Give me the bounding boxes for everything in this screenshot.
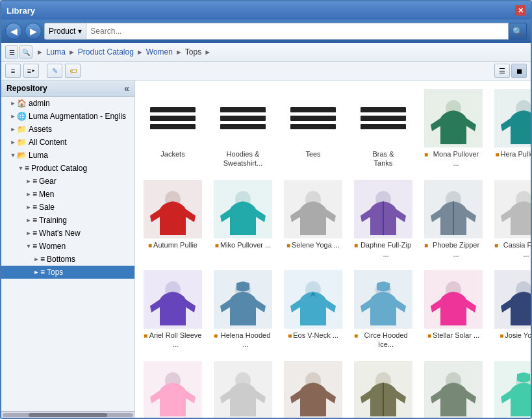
list-icon: ≡	[32, 203, 37, 212]
product-mona-pullover[interactable]: ■ Mona Pullover ...	[421, 86, 486, 171]
product-selene-yoga[interactable]: ■ Selene Yoga ...	[281, 177, 346, 262]
sidebar-item-label: admin	[29, 99, 50, 108]
tree-arrow-icon: ►	[25, 191, 32, 197]
breadcrumb-icons: ☰ 🔍	[5, 45, 32, 58]
breadcrumb-women[interactable]: Women	[146, 47, 173, 57]
category-tees-icon	[284, 89, 342, 147]
cat-line	[220, 107, 266, 112]
search-button[interactable]: 🔍	[509, 23, 527, 40]
breadcrumb-luma[interactable]: Luma	[46, 47, 66, 57]
home-icon: 🏠	[17, 99, 27, 108]
product-type-icon: ■	[144, 331, 147, 340]
forward-button[interactable]: ▶	[25, 23, 42, 40]
product-type-icon: ■	[288, 331, 292, 340]
action-btn-1[interactable]: ≡	[5, 64, 21, 78]
content-area: Jackets Hoodies &Sweatshirt...	[135, 81, 531, 418]
product-cassia-funnel[interactable]: ■ Cassia Funnel ...	[491, 177, 531, 262]
sidebar-item-whats-new[interactable]: ► ≡ What's New	[1, 227, 134, 240]
product-augusta[interactable]: ■ Augusta ...	[140, 358, 205, 418]
category-hoodies[interactable]: Hoodies &Sweatshirt...	[210, 86, 275, 171]
product-image	[424, 180, 483, 238]
product-phoebe-zipper[interactable]: ■ Phoebe Zipper ...	[421, 177, 486, 262]
sidebar-item-product-catalog[interactable]: ▼ ≡ Product Catalog	[1, 162, 134, 175]
category-jackets[interactable]: Jackets	[140, 86, 205, 171]
title-bar: Library ✕	[1, 1, 531, 19]
product-svg	[424, 270, 483, 329]
sidebar-item-bottoms[interactable]: ► ≡ Bottoms	[1, 253, 134, 266]
search-nav-icon[interactable]: 🔍	[19, 45, 32, 58]
breadcrumb-tops[interactable]: Tops	[185, 47, 201, 57]
category-hoodies-icon	[214, 89, 272, 147]
list-view-button[interactable]: ☰	[494, 64, 510, 78]
product-inez-full[interactable]: ■ Inez Full ...	[351, 358, 416, 418]
library-window: Library ✕ ◀ ▶ Product ▾ 🔍 ☰ 🔍 ► Luma ► P…	[0, 0, 532, 419]
product-svg	[284, 270, 342, 329]
sidebar-item-luma[interactable]: ▼ 📂 Luma	[1, 149, 134, 162]
product-image	[144, 361, 202, 418]
sidebar-item-label: Luma Augmentation - Englis	[29, 112, 126, 121]
content-scroll[interactable]: Jackets Hoodies &Sweatshirt...	[135, 81, 531, 418]
product-riona[interactable]: ■ Riona ...	[281, 358, 346, 418]
product-image	[144, 180, 202, 238]
sidebar-item-label: Women	[39, 242, 66, 251]
product-hera-pullover[interactable]: ■ Hera Pullover ...	[491, 86, 531, 171]
sidebar-item-all-content[interactable]: ► 📁 All Content	[1, 136, 134, 149]
product-image	[284, 361, 342, 418]
product-helena-hooded[interactable]: ■ Helena Hooded ...	[210, 267, 275, 353]
product-ingrid[interactable]: ■ Ingrid ...	[210, 358, 275, 418]
breadcrumb-product-catalog[interactable]: Product Catalog	[78, 47, 134, 57]
sidebar-item-admin[interactable]: ► 🏠 admin	[1, 97, 134, 110]
sidebar-item-sale[interactable]: ► ≡ Sale	[1, 201, 134, 214]
product-ariel-roll-sleeve[interactable]: ■ Ariel Roll Sleeve ...	[140, 267, 205, 353]
sidebar-item-gear[interactable]: ► ≡ Gear	[1, 175, 134, 188]
product-stellar-solar[interactable]: ■ Stellar Solar ...	[421, 267, 486, 353]
product-miko-pullover[interactable]: ■ Miko Pullover ...	[210, 177, 275, 262]
product-josie-yoga[interactable]: ■ Josie Yoga ...	[491, 267, 531, 353]
tree-arrow-icon: ▼	[25, 243, 32, 249]
product-autumn-pullie[interactable]: ■ Autumn Pullie	[140, 177, 205, 262]
product-daphne-full-zip[interactable]: ■ Daphne Full-Zip ...	[351, 177, 416, 262]
product-image	[144, 270, 202, 329]
product-jade[interactable]: ■ Jade ...	[491, 358, 531, 418]
search-icon: 🔍	[513, 27, 523, 36]
sidebar-item-label: Men	[39, 190, 54, 199]
edit-button[interactable]: ✎	[47, 64, 62, 78]
product-image	[494, 361, 531, 418]
sidebar-item-training[interactable]: ► ≡ Training	[1, 214, 134, 227]
sidebar-item-assets[interactable]: ► 📁 Assets	[1, 123, 134, 136]
sidebar-item-men[interactable]: ► ≡ Men	[1, 188, 134, 201]
tree-arrow-icon: ►	[9, 100, 17, 107]
product-type-icon: ■	[424, 150, 428, 159]
sidebar-item-luma-aug[interactable]: ► 🌐 Luma Augmentation - Englis	[1, 110, 134, 123]
sidebar-collapse-button[interactable]: «	[124, 83, 129, 94]
close-button[interactable]: ✕	[515, 5, 526, 16]
category-bras-tanks[interactable]: Bras &Tanks	[351, 86, 416, 171]
tag-button[interactable]: 🏷	[65, 64, 81, 78]
product-type-icon: ■	[354, 241, 358, 249]
category-tees[interactable]: Tees	[281, 86, 346, 171]
product-circe-hooded[interactable]: ■ Circe Hooded Ice...	[351, 267, 416, 353]
product-name: Hera Pullover ...	[501, 149, 531, 159]
search-input[interactable]	[86, 23, 509, 40]
back-button[interactable]: ◀	[5, 23, 22, 40]
breadcrumb-sep-3: ►	[175, 48, 183, 56]
cat-line	[220, 116, 266, 121]
category-label: Tees	[305, 149, 320, 159]
list-view-icon[interactable]: ☰	[5, 45, 18, 58]
sidebar-item-label: Sale	[39, 203, 55, 212]
product-image	[354, 180, 412, 238]
sidebar-scrollbar[interactable]	[1, 411, 134, 418]
search-filter-dropdown[interactable]: Product ▾	[44, 23, 86, 40]
product-eos-vneck[interactable]: ■ Eos V-Neck ...	[281, 267, 346, 353]
product-adrienne[interactable]: ■ Adrienne ...	[421, 358, 486, 418]
tree-arrow-icon: ►	[25, 217, 32, 223]
window-title: Library	[6, 6, 35, 16]
sidebar-item-tops[interactable]: ► ≡ Tops	[1, 266, 134, 279]
product-label: ■ Stellar Solar ...	[427, 331, 479, 340]
sidebar-item-label: Product Catalog	[31, 164, 87, 173]
tree-arrow-icon: ►	[9, 126, 17, 133]
grid-view-button[interactable]: ◼	[511, 64, 527, 78]
product-svg	[354, 361, 412, 418]
action-btn-2[interactable]: ≡‣	[23, 64, 39, 78]
sidebar-item-women[interactable]: ▼ ≡ Women	[1, 240, 134, 253]
